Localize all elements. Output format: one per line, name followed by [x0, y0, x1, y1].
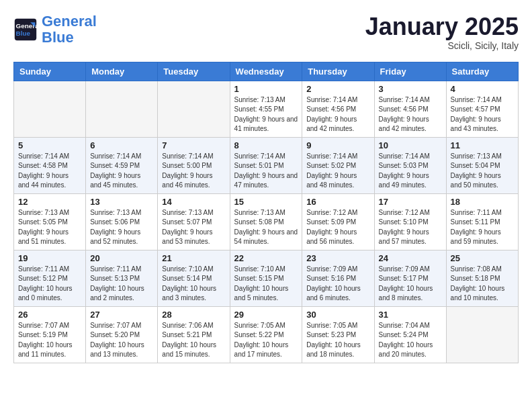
calendar-cell: 15Sunrise: 7:13 AM Sunset: 5:08 PM Dayli…: [230, 193, 302, 250]
day-number: 21: [162, 253, 225, 263]
day-number: 29: [234, 310, 298, 320]
weekday-header-tuesday: Tuesday: [158, 62, 230, 81]
day-number: 19: [18, 253, 81, 263]
calendar-cell: 4Sunrise: 7:14 AM Sunset: 4:57 PM Daylig…: [446, 81, 518, 137]
calendar-cell: 31Sunrise: 7:04 AM Sunset: 5:24 PM Dayli…: [374, 306, 446, 363]
day-number: 1: [234, 84, 298, 94]
day-info: Sunrise: 7:12 AM Sunset: 5:09 PM Dayligh…: [306, 208, 369, 247]
weekday-header-sunday: Sunday: [14, 62, 86, 81]
day-number: 2: [306, 84, 369, 94]
calendar-cell: 20Sunrise: 7:11 AM Sunset: 5:13 PM Dayli…: [86, 250, 158, 306]
day-info: Sunrise: 7:07 AM Sunset: 5:20 PM Dayligh…: [90, 321, 153, 360]
logo-text: General Blue: [42, 13, 97, 46]
calendar-cell: [158, 81, 230, 137]
day-number: 15: [234, 197, 298, 207]
day-number: 27: [90, 310, 153, 320]
calendar-cell: 2Sunrise: 7:14 AM Sunset: 4:56 PM Daylig…: [302, 81, 374, 137]
calendar-cell: 1Sunrise: 7:13 AM Sunset: 4:55 PM Daylig…: [230, 81, 302, 137]
calendar-cell: 10Sunrise: 7:14 AM Sunset: 5:03 PM Dayli…: [374, 137, 446, 193]
day-number: 31: [379, 310, 442, 320]
calendar-cell: 19Sunrise: 7:11 AM Sunset: 5:12 PM Dayli…: [14, 250, 86, 306]
calendar-cell: 14Sunrise: 7:13 AM Sunset: 5:07 PM Dayli…: [158, 193, 230, 250]
day-number: 24: [379, 253, 442, 263]
calendar-cell: 18Sunrise: 7:11 AM Sunset: 5:11 PM Dayli…: [446, 193, 518, 250]
page-header: General Blue General Blue January 2025 S…: [13, 13, 519, 51]
day-info: Sunrise: 7:06 AM Sunset: 5:21 PM Dayligh…: [162, 321, 225, 360]
day-info: Sunrise: 7:08 AM Sunset: 5:18 PM Dayligh…: [451, 265, 514, 304]
day-info: Sunrise: 7:13 AM Sunset: 5:07 PM Dayligh…: [162, 208, 225, 247]
weekday-header-wednesday: Wednesday: [230, 62, 302, 81]
day-info: Sunrise: 7:14 AM Sunset: 4:58 PM Dayligh…: [18, 152, 81, 191]
week-row-1: 1Sunrise: 7:13 AM Sunset: 4:55 PM Daylig…: [14, 81, 519, 137]
day-number: 26: [18, 310, 81, 320]
day-number: 22: [234, 253, 298, 263]
calendar-cell: 29Sunrise: 7:05 AM Sunset: 5:22 PM Dayli…: [230, 306, 302, 363]
weekday-header-thursday: Thursday: [302, 62, 374, 81]
calendar-cell: 30Sunrise: 7:05 AM Sunset: 5:23 PM Dayli…: [302, 306, 374, 363]
day-info: Sunrise: 7:09 AM Sunset: 5:16 PM Dayligh…: [306, 265, 369, 304]
calendar-cell: 9Sunrise: 7:14 AM Sunset: 5:02 PM Daylig…: [302, 137, 374, 193]
day-number: 4: [451, 84, 514, 94]
week-row-4: 19Sunrise: 7:11 AM Sunset: 5:12 PM Dayli…: [14, 250, 519, 306]
day-number: 3: [379, 84, 442, 94]
day-info: Sunrise: 7:11 AM Sunset: 5:13 PM Dayligh…: [90, 265, 153, 304]
calendar-cell: 28Sunrise: 7:06 AM Sunset: 5:21 PM Dayli…: [158, 306, 230, 363]
calendar-cell: 16Sunrise: 7:12 AM Sunset: 5:09 PM Dayli…: [302, 193, 374, 250]
day-info: Sunrise: 7:04 AM Sunset: 5:24 PM Dayligh…: [379, 321, 442, 360]
week-row-5: 26Sunrise: 7:07 AM Sunset: 5:19 PM Dayli…: [14, 306, 519, 363]
logo: General Blue General Blue: [13, 13, 97, 46]
day-number: 14: [162, 197, 225, 207]
logo-icon: General Blue: [13, 17, 38, 42]
weekday-header-friday: Friday: [374, 62, 446, 81]
calendar-cell: 3Sunrise: 7:14 AM Sunset: 4:56 PM Daylig…: [374, 81, 446, 137]
day-info: Sunrise: 7:09 AM Sunset: 5:17 PM Dayligh…: [379, 265, 442, 304]
calendar-cell: 23Sunrise: 7:09 AM Sunset: 5:16 PM Dayli…: [302, 250, 374, 306]
day-number: 12: [18, 197, 81, 207]
day-info: Sunrise: 7:10 AM Sunset: 5:14 PM Dayligh…: [162, 265, 225, 304]
calendar-cell: 8Sunrise: 7:14 AM Sunset: 5:01 PM Daylig…: [230, 137, 302, 193]
calendar-cell: [446, 306, 518, 363]
calendar-cell: 17Sunrise: 7:12 AM Sunset: 5:10 PM Dayli…: [374, 193, 446, 250]
weekday-header-saturday: Saturday: [446, 62, 518, 81]
week-row-3: 12Sunrise: 7:13 AM Sunset: 5:05 PM Dayli…: [14, 193, 519, 250]
calendar-cell: 13Sunrise: 7:13 AM Sunset: 5:06 PM Dayli…: [86, 193, 158, 250]
day-number: 5: [18, 140, 81, 150]
day-number: 28: [162, 310, 225, 320]
day-info: Sunrise: 7:14 AM Sunset: 5:01 PM Dayligh…: [234, 152, 298, 191]
day-number: 25: [451, 253, 514, 263]
calendar-cell: [86, 81, 158, 137]
calendar-cell: 12Sunrise: 7:13 AM Sunset: 5:05 PM Dayli…: [14, 193, 86, 250]
month-title: January 2025: [365, 13, 519, 40]
day-info: Sunrise: 7:14 AM Sunset: 4:56 PM Dayligh…: [379, 95, 442, 134]
day-info: Sunrise: 7:11 AM Sunset: 5:11 PM Dayligh…: [451, 208, 514, 247]
day-info: Sunrise: 7:14 AM Sunset: 4:56 PM Dayligh…: [306, 95, 369, 134]
calendar-cell: 7Sunrise: 7:14 AM Sunset: 5:00 PM Daylig…: [158, 137, 230, 193]
day-info: Sunrise: 7:14 AM Sunset: 5:00 PM Dayligh…: [162, 152, 225, 191]
day-info: Sunrise: 7:11 AM Sunset: 5:12 PM Dayligh…: [18, 265, 81, 304]
day-number: 13: [90, 197, 153, 207]
day-info: Sunrise: 7:05 AM Sunset: 5:23 PM Dayligh…: [306, 321, 369, 360]
week-row-2: 5Sunrise: 7:14 AM Sunset: 4:58 PM Daylig…: [14, 137, 519, 193]
calendar-table: SundayMondayTuesdayWednesdayThursdayFrid…: [13, 62, 519, 363]
day-info: Sunrise: 7:14 AM Sunset: 4:59 PM Dayligh…: [90, 152, 153, 191]
day-number: 16: [306, 197, 369, 207]
day-number: 17: [379, 197, 442, 207]
day-info: Sunrise: 7:13 AM Sunset: 4:55 PM Dayligh…: [234, 95, 298, 134]
calendar-cell: 21Sunrise: 7:10 AM Sunset: 5:14 PM Dayli…: [158, 250, 230, 306]
day-number: 10: [379, 140, 442, 150]
day-info: Sunrise: 7:14 AM Sunset: 4:57 PM Dayligh…: [451, 95, 514, 134]
calendar-cell: [14, 81, 86, 137]
day-info: Sunrise: 7:12 AM Sunset: 5:10 PM Dayligh…: [379, 208, 442, 247]
day-number: 9: [306, 140, 369, 150]
calendar-cell: 5Sunrise: 7:14 AM Sunset: 4:58 PM Daylig…: [14, 137, 86, 193]
day-info: Sunrise: 7:13 AM Sunset: 5:04 PM Dayligh…: [451, 152, 514, 191]
svg-text:Blue: Blue: [16, 30, 31, 37]
day-number: 23: [306, 253, 369, 263]
day-info: Sunrise: 7:14 AM Sunset: 5:02 PM Dayligh…: [306, 152, 369, 191]
title-block: January 2025 Scicli, Sicily, Italy: [365, 13, 519, 51]
day-info: Sunrise: 7:07 AM Sunset: 5:19 PM Dayligh…: [18, 321, 81, 360]
day-number: 7: [162, 140, 225, 150]
day-info: Sunrise: 7:05 AM Sunset: 5:22 PM Dayligh…: [234, 321, 298, 360]
day-number: 6: [90, 140, 153, 150]
calendar-cell: 11Sunrise: 7:13 AM Sunset: 5:04 PM Dayli…: [446, 137, 518, 193]
